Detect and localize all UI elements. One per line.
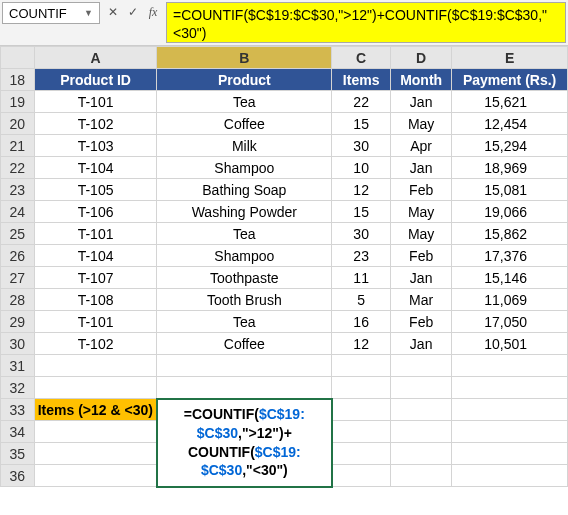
cell-product-id[interactable]: T-106	[34, 201, 157, 223]
row-header[interactable]: 19	[1, 91, 35, 113]
cell-product[interactable]: Shampoo	[157, 157, 332, 179]
cell-items[interactable]: 12	[332, 179, 391, 201]
cell-month[interactable]: May	[391, 223, 452, 245]
table-header[interactable]: Items	[332, 69, 391, 91]
cell-payment[interactable]: 15,146	[452, 267, 568, 289]
cell-payment[interactable]: 15,862	[452, 223, 568, 245]
row-header[interactable]: 28	[1, 289, 35, 311]
cell-product-id[interactable]: T-101	[34, 311, 157, 333]
fx-icon[interactable]: fx	[144, 5, 162, 20]
cell-month[interactable]: Feb	[391, 179, 452, 201]
cell-payment[interactable]: 15,621	[452, 91, 568, 113]
row-header[interactable]: 23	[1, 179, 35, 201]
cell-product[interactable]: Tea	[157, 311, 332, 333]
cell-items[interactable]: 15	[332, 201, 391, 223]
spreadsheet-grid[interactable]: A B C D E 18 Product ID Product Items Mo…	[0, 46, 568, 488]
cell-month[interactable]: May	[391, 113, 452, 135]
cell-payment[interactable]: 11,069	[452, 289, 568, 311]
cell-product[interactable]: Shampoo	[157, 245, 332, 267]
cell-product[interactable]: Washing Powder	[157, 201, 332, 223]
table-header[interactable]: Payment (Rs.)	[452, 69, 568, 91]
cell-items[interactable]: 11	[332, 267, 391, 289]
cell-product-id[interactable]: T-102	[34, 113, 157, 135]
col-header-c[interactable]: C	[332, 47, 391, 69]
cell-month[interactable]: Apr	[391, 135, 452, 157]
cell-payment[interactable]: 10,501	[452, 333, 568, 355]
row-header[interactable]: 36	[1, 465, 35, 487]
table-header[interactable]: Product	[157, 69, 332, 91]
cell-product-id[interactable]: T-104	[34, 157, 157, 179]
row-header[interactable]: 22	[1, 157, 35, 179]
cell-product[interactable]: Coffee	[157, 113, 332, 135]
cell-payment[interactable]: 17,376	[452, 245, 568, 267]
row-header[interactable]: 31	[1, 355, 35, 377]
row-header[interactable]: 26	[1, 245, 35, 267]
row-header[interactable]: 18	[1, 69, 35, 91]
table-header[interactable]: Product ID	[34, 69, 157, 91]
cell-product[interactable]: Milk	[157, 135, 332, 157]
col-header-e[interactable]: E	[452, 47, 568, 69]
row-header[interactable]: 25	[1, 223, 35, 245]
cell-month[interactable]: Jan	[391, 91, 452, 113]
cancel-icon[interactable]: ✕	[104, 5, 122, 19]
cell-items[interactable]: 5	[332, 289, 391, 311]
cell-product[interactable]: Toothpaste	[157, 267, 332, 289]
row-header[interactable]: 24	[1, 201, 35, 223]
cell-product-id[interactable]: T-104	[34, 245, 157, 267]
select-all-corner[interactable]	[1, 47, 35, 69]
row-header[interactable]: 27	[1, 267, 35, 289]
cell-product-id[interactable]: T-108	[34, 289, 157, 311]
cell-product[interactable]: Tea	[157, 91, 332, 113]
row-header[interactable]: 32	[1, 377, 35, 399]
cell-product[interactable]: Tooth Brush	[157, 289, 332, 311]
col-header-d[interactable]: D	[391, 47, 452, 69]
cell-month[interactable]: Feb	[391, 311, 452, 333]
name-box[interactable]: COUNTIF ▼	[2, 2, 100, 24]
cell-month[interactable]: Mar	[391, 289, 452, 311]
formula-bar[interactable]: =COUNTIF($C$19:$C$30,">12")+COUNTIF($C$1…	[166, 2, 566, 43]
cell-month[interactable]: Jan	[391, 333, 452, 355]
cell-items[interactable]: 10	[332, 157, 391, 179]
cell-product-id[interactable]: T-101	[34, 91, 157, 113]
cell-product[interactable]: Coffee	[157, 333, 332, 355]
cell-items[interactable]: 23	[332, 245, 391, 267]
cell-product-id[interactable]: T-103	[34, 135, 157, 157]
cell-payment[interactable]: 19,066	[452, 201, 568, 223]
table-header[interactable]: Month	[391, 69, 452, 91]
cell-product-id[interactable]: T-101	[34, 223, 157, 245]
row-header[interactable]: 20	[1, 113, 35, 135]
cell-items[interactable]: 16	[332, 311, 391, 333]
row-header[interactable]: 35	[1, 443, 35, 465]
row-header[interactable]: 34	[1, 421, 35, 443]
cell-items[interactable]: 12	[332, 333, 391, 355]
cell-month[interactable]: May	[391, 201, 452, 223]
col-header-a[interactable]: A	[34, 47, 157, 69]
col-header-b[interactable]: B	[157, 47, 332, 69]
criteria-label[interactable]: Items (>12 & <30)	[34, 399, 157, 421]
cell-product-id[interactable]: T-107	[34, 267, 157, 289]
cell-product[interactable]: Bathing Soap	[157, 179, 332, 201]
cell-items[interactable]: 22	[332, 91, 391, 113]
cell-month[interactable]: Jan	[391, 157, 452, 179]
row-header[interactable]: 29	[1, 311, 35, 333]
enter-icon[interactable]: ✓	[124, 5, 142, 19]
cell-payment[interactable]: 15,294	[452, 135, 568, 157]
row-header[interactable]: 30	[1, 333, 35, 355]
cell-month[interactable]: Feb	[391, 245, 452, 267]
cell-payment[interactable]: 12,454	[452, 113, 568, 135]
cell-month[interactable]: Jan	[391, 267, 452, 289]
row-header[interactable]: 21	[1, 135, 35, 157]
cell-payment[interactable]: 18,969	[452, 157, 568, 179]
row-header[interactable]: 33	[1, 399, 35, 421]
cell-payment[interactable]: 17,050	[452, 311, 568, 333]
formula-line: =COUNTIF($C$19:	[164, 405, 325, 424]
cell-product[interactable]: Tea	[157, 223, 332, 245]
cell-product-id[interactable]: T-105	[34, 179, 157, 201]
formula-result-cell[interactable]: =COUNTIF($C$19: $C$30,">12")+ COUNTIF($C…	[157, 399, 332, 487]
cell-payment[interactable]: 15,081	[452, 179, 568, 201]
cell-items[interactable]: 15	[332, 113, 391, 135]
chevron-down-icon[interactable]: ▼	[84, 8, 93, 18]
cell-items[interactable]: 30	[332, 223, 391, 245]
cell-items[interactable]: 30	[332, 135, 391, 157]
cell-product-id[interactable]: T-102	[34, 333, 157, 355]
